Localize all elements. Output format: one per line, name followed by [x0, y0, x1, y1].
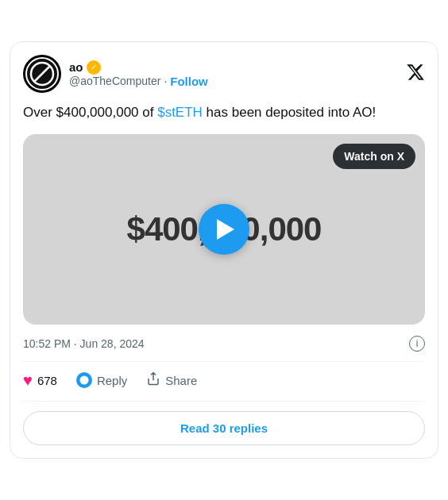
tweet-text: Over $400,000,000 of $stETH has been dep…	[23, 102, 425, 123]
play-triangle-icon	[217, 219, 234, 240]
watch-on-x-button[interactable]: Watch on X	[333, 144, 415, 169]
reply-icon-svg	[79, 375, 89, 385]
user-name: ao	[69, 60, 83, 74]
share-icon	[146, 371, 160, 389]
user-handle: @aoTheComputer	[69, 75, 160, 87]
reply-label: Reply	[97, 374, 127, 387]
tweet-actions: ♥ 678 Reply Share	[23, 371, 425, 402]
verified-badge: ✓	[87, 60, 101, 75]
tweet-text-after: has been deposited into AO!	[203, 105, 376, 120]
media-container[interactable]: Watch on X $400,000,000	[23, 134, 425, 325]
info-icon[interactable]: i	[409, 336, 425, 352]
reply-button[interactable]: Reply	[76, 372, 127, 388]
x-logo-svg	[406, 63, 425, 82]
avatar	[23, 55, 61, 93]
share-button[interactable]: Share	[146, 371, 197, 389]
user-handle-row: @aoTheComputer · Follow	[69, 75, 208, 88]
reply-icon	[76, 372, 92, 388]
separator: ·	[164, 75, 167, 87]
tweet-header: ao ✓ @aoTheComputer · Follow	[23, 55, 425, 93]
tweet-card: ao ✓ @aoTheComputer · Follow Over $400,0…	[10, 41, 438, 459]
svg-line-1	[34, 66, 50, 82]
tweet-hashtag[interactable]: $stETH	[157, 105, 203, 120]
read-replies-button[interactable]: Read 30 replies	[23, 411, 425, 445]
tweet-timestamp-row: 10:52 PM · Jun 28, 2024 i	[23, 336, 425, 362]
avatar-inner	[25, 57, 59, 90]
like-button[interactable]: ♥ 678	[23, 371, 57, 390]
x-platform-icon[interactable]	[406, 63, 425, 86]
tweet-timestamp: 10:52 PM · Jun 28, 2024	[23, 337, 145, 350]
share-label: Share	[165, 374, 197, 387]
share-icon-svg	[146, 371, 160, 386]
avatar-logo-svg	[29, 61, 55, 87]
tweet-text-before: Over $400,000,000 of	[23, 105, 157, 120]
user-name-row: ao ✓	[69, 60, 208, 75]
user-details: ao ✓ @aoTheComputer · Follow	[69, 60, 208, 88]
heart-icon: ♥	[23, 371, 33, 390]
user-info: ao ✓ @aoTheComputer · Follow	[23, 55, 208, 93]
follow-button[interactable]: Follow	[170, 75, 208, 88]
like-count: 678	[37, 374, 57, 387]
play-button[interactable]	[199, 204, 249, 255]
svg-point-2	[79, 376, 88, 385]
